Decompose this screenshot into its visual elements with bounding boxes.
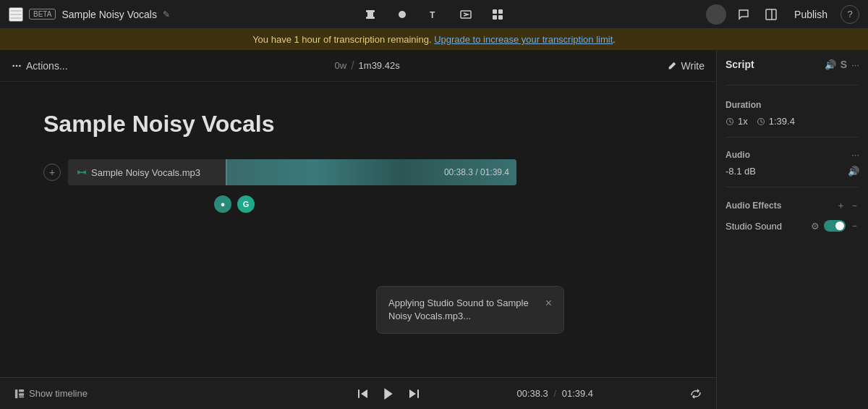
duration-display: 1m39.42s: [359, 60, 400, 71]
volume-icon[interactable]: 🔊: [825, 59, 836, 70]
svg-rect-11: [493, 15, 497, 20]
grid-icon[interactable]: [488, 4, 508, 25]
svg-rect-23: [19, 393, 24, 396]
editor-area: Actions... 0w / 1m39.42s Write Sample No…: [0, 50, 716, 409]
toast-notification: Applying Studio Sound to Sample Noisy Vo…: [376, 286, 564, 334]
audio-header: Audio ···: [726, 149, 859, 160]
menu-button[interactable]: [9, 7, 23, 22]
save-icon[interactable]: [360, 4, 380, 25]
svg-rect-4: [366, 17, 375, 19]
audio-effects-header: Audio Effects ＋ －: [726, 199, 859, 212]
svg-marker-29: [409, 389, 416, 398]
upgrade-link[interactable]: Upgrade to increase your transcription l…: [434, 34, 613, 45]
toast-close-button[interactable]: ×: [545, 297, 552, 310]
speed-value: 1x: [738, 116, 748, 127]
loop-button[interactable]: [690, 388, 702, 400]
audio-title: Audio: [726, 150, 750, 160]
svg-point-6: [399, 11, 406, 18]
duration-section: Duration 1x 1:39.4: [726, 100, 859, 138]
svg-marker-27: [385, 388, 393, 400]
actions-button[interactable]: Actions...: [12, 60, 68, 72]
edit-icon[interactable]: ✎: [163, 9, 170, 20]
toolbar-actions: Actions...: [12, 60, 68, 72]
audio-effects-title: Audio Effects: [726, 201, 781, 211]
write-button[interactable]: Write: [667, 60, 705, 72]
track-block: Sample Noisy Vocals.mp3 00:38.3 / 01:39.…: [68, 159, 516, 185]
studio-sound-row: Studio Sound ⚙ －: [726, 219, 859, 232]
player-total: 01:39.4: [562, 388, 593, 399]
svg-text:T: T: [430, 10, 435, 20]
publish-button[interactable]: Publish: [788, 6, 833, 23]
topbar-left: BETA Sample Noisy Vocals ✎: [9, 7, 354, 22]
svg-rect-2: [10, 17, 22, 19]
show-timeline-button[interactable]: Show timeline: [14, 388, 88, 399]
svg-rect-12: [498, 15, 503, 20]
skip-forward-button[interactable]: [408, 388, 420, 400]
more-icon[interactable]: ···: [851, 59, 859, 70]
svg-point-17: [19, 64, 21, 67]
track-times: 00:38.3 / 01:39.4: [444, 167, 509, 177]
s-icon[interactable]: S: [841, 59, 847, 70]
notification-text: You have 1 hour of transcription remaini…: [252, 34, 434, 45]
track-waveform[interactable]: 00:38.3 / 01:39.4: [227, 159, 516, 185]
svg-marker-26: [361, 389, 367, 398]
avatar-user2: G: [236, 194, 256, 214]
topbar: BETA Sample Noisy Vocals ✎ T: [0, 0, 868, 29]
topbar-right: Publish ?: [514, 4, 859, 25]
separator: /: [351, 59, 354, 72]
svg-rect-13: [766, 9, 776, 20]
audio-effects-section: Audio Effects ＋ － Studio Sound ⚙ －: [726, 199, 859, 232]
project-title: Sample Noisy Vocals: [61, 9, 157, 20]
text-icon[interactable]: T: [424, 4, 444, 25]
avatar-group: ● G: [213, 194, 673, 214]
play-button[interactable]: [378, 383, 399, 405]
divider-1: [726, 85, 859, 85]
player-times: 00:38.3 / 01:39.4: [431, 388, 678, 399]
svg-rect-5: [367, 12, 373, 17]
add-icon: ＋: [836, 199, 846, 212]
player-current: 00:38.3: [516, 388, 548, 399]
track-label: Sample Noisy Vocals.mp3: [68, 159, 227, 185]
svg-rect-0: [10, 10, 22, 12]
studio-sound-label: Studio Sound: [726, 221, 782, 232]
svg-rect-10: [498, 9, 503, 14]
studio-sound-toggle[interactable]: [824, 220, 846, 232]
effect-remove-button[interactable]: －: [850, 219, 859, 232]
document-title: Sample Noisy Vocals: [43, 111, 673, 138]
audio-db-row: -8.1 dB 🔊: [726, 166, 859, 177]
svg-rect-9: [493, 9, 497, 14]
editor-toolbar: Actions... 0w / 1m39.42s Write: [0, 50, 716, 82]
audio-volume-icon[interactable]: 🔊: [848, 166, 859, 177]
track-area: + Sample Noisy Vocals.mp3 00:38.3: [43, 159, 673, 185]
notification-suffix: .: [613, 34, 616, 45]
add-effect-button[interactable]: ＋ －: [836, 199, 859, 212]
svg-point-16: [16, 64, 18, 67]
svg-rect-24: [19, 396, 24, 397]
bottom-player: Show timeline: [0, 377, 716, 409]
editor-content: Sample Noisy Vocals + Sample Noisy Vocal…: [0, 82, 716, 377]
actions-label: Actions...: [26, 60, 68, 72]
toast-message: Applying Studio Sound to Sample Noisy Vo…: [388, 297, 538, 323]
duration-time-item: 1:39.4: [757, 116, 795, 127]
audio-more-icon[interactable]: ···: [851, 149, 859, 160]
skip-back-button[interactable]: [357, 388, 369, 400]
word-count: 0w: [335, 60, 347, 71]
media-icon[interactable]: [456, 4, 476, 25]
svg-rect-3: [366, 10, 375, 12]
chat-icon[interactable]: [733, 4, 754, 25]
svg-rect-1: [10, 14, 22, 15]
help-icon[interactable]: ?: [841, 5, 859, 24]
panel-script-title: Script: [726, 59, 754, 70]
main-layout: Actions... 0w / 1m39.42s Write Sample No…: [0, 50, 868, 409]
effect-settings-button[interactable]: ⚙: [811, 221, 820, 232]
record-icon[interactable]: [392, 4, 412, 25]
layout-icon[interactable]: [761, 4, 781, 25]
player-controls: [357, 383, 420, 405]
svg-point-15: [12, 64, 14, 67]
add-track-button[interactable]: +: [43, 164, 61, 181]
svg-rect-22: [19, 389, 24, 392]
right-panel: Script 🔊 S ··· Duration 1x: [716, 50, 868, 409]
panel-header-icons: 🔊 S ···: [825, 59, 859, 70]
effect-controls: ⚙ －: [811, 219, 859, 232]
duration-row: 1x 1:39.4: [726, 116, 859, 127]
